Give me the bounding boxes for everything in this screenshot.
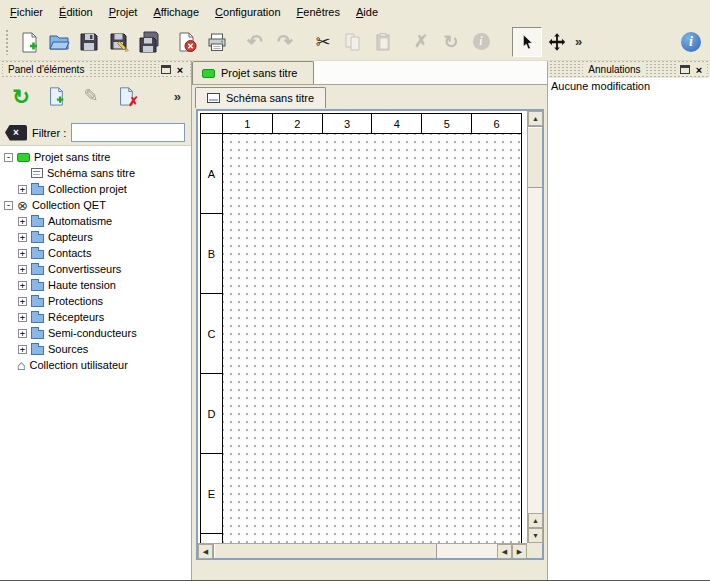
collapse-icon[interactable]: -	[4, 153, 13, 162]
reload-collections-button[interactable]: ↻	[7, 82, 35, 110]
schema-icon	[207, 93, 220, 103]
red-cross-icon: ✗	[128, 95, 139, 108]
tree-item-label: Contacts	[48, 247, 95, 259]
workspace: Projet sans titre Schéma sans titre 1	[192, 61, 548, 580]
tree-item-recepteurs[interactable]: + Récepteurs	[0, 309, 191, 325]
expand-icon[interactable]: +	[18, 281, 27, 290]
qelectrotech-window: Fichier Édition Projet Affichage Configu…	[0, 0, 710, 581]
expand-icon[interactable]: +	[18, 329, 27, 338]
folder-icon	[31, 218, 44, 227]
tab-schema-sans-titre[interactable]: Schéma sans titre	[195, 87, 326, 108]
tree-item-capteurs[interactable]: + Capteurs	[0, 229, 191, 245]
tree-item-semi-conducteurs[interactable]: + Semi-conducteurs	[0, 325, 191, 341]
panel-toolbar-overflow-button[interactable]: »	[171, 89, 184, 104]
horizontal-scroll-track[interactable]	[437, 544, 497, 558]
pencil-icon: ✎	[83, 85, 98, 107]
tab-projet-sans-titre[interactable]: Projet sans titre	[192, 61, 314, 84]
expand-icon[interactable]: +	[18, 345, 27, 354]
tree-item-haute-tension[interactable]: + Haute tension	[0, 277, 191, 293]
scroll-up-button[interactable]: ▲	[528, 111, 543, 126]
horizontal-scrollbar[interactable]: ◀ ◀ ▶	[198, 543, 527, 558]
menu-projet[interactable]: Projet	[101, 3, 146, 21]
menu-configuration[interactable]: Configuration	[207, 3, 288, 21]
folder-icon	[31, 250, 44, 259]
tree-item-collection-qet[interactable]: - ⊗ Collection QET	[0, 197, 191, 213]
paste-button	[368, 27, 398, 57]
about-button[interactable]: i	[676, 27, 706, 57]
schema-tabbar: Schéma sans titre	[192, 85, 547, 108]
scroll-right-button[interactable]: ▶	[512, 544, 527, 559]
tree-item-sources[interactable]: + Sources	[0, 341, 191, 357]
menu-affichage[interactable]: Affichage	[145, 3, 207, 21]
tree-item-collection-projet[interactable]: + Collection projet	[0, 181, 191, 197]
row-header: C	[201, 294, 222, 374]
vertical-scroll-track[interactable]	[528, 188, 542, 513]
tree-item-contacts[interactable]: + Contacts	[0, 245, 191, 261]
rotate-button: ↻	[436, 27, 466, 57]
tree-item-projet-sans-titre[interactable]: - Projet sans titre	[0, 149, 191, 165]
tree-item-schema-sans-titre[interactable]: Schéma sans titre	[0, 165, 191, 181]
expand-icon[interactable]: +	[18, 313, 27, 322]
new-element-icon	[46, 86, 66, 106]
move-tool-button[interactable]	[542, 27, 572, 57]
elements-panel-titlebar[interactable]: Panel d'éléments ×	[0, 61, 191, 78]
undo-panel-titlebar[interactable]: Annulations ×	[548, 61, 710, 78]
close-dock-button[interactable]: ×	[174, 64, 186, 76]
scroll-left-button[interactable]: ◀	[198, 544, 213, 559]
select-tool-button[interactable]	[512, 27, 542, 57]
save-all-button[interactable]	[134, 27, 164, 57]
menu-fichier[interactable]: Fichier	[2, 3, 51, 21]
column-headers: 1 2 3 4 5 6	[201, 114, 521, 134]
elements-panel-title: Panel d'éléments	[3, 64, 89, 75]
close-dock-button[interactable]: ×	[693, 64, 705, 76]
toolbar-overflow-button[interactable]: »	[572, 34, 585, 49]
tree-item-label: Sources	[48, 343, 92, 355]
save-button[interactable]	[74, 27, 104, 57]
delete-element-button[interactable]: ✗	[112, 82, 140, 110]
scroll-up-button-2[interactable]: ▲	[528, 513, 543, 528]
column-header: 3	[323, 114, 373, 133]
tree-item-collection-utilisateur[interactable]: ⌂ Collection utilisateur	[0, 357, 191, 373]
expand-icon[interactable]: +	[18, 265, 27, 274]
print-button[interactable]	[202, 27, 232, 57]
tree-item-protections[interactable]: + Protections	[0, 293, 191, 309]
close-project-button[interactable]	[172, 27, 202, 57]
expand-icon[interactable]: +	[18, 185, 27, 194]
filter-input[interactable]	[71, 123, 185, 142]
vertical-scrollbar[interactable]: ▲ ▲ ▼	[527, 111, 542, 543]
toolbar-grip[interactable]	[5, 29, 10, 55]
scroll-down-button[interactable]: ▼	[528, 528, 543, 543]
tree-item-label: Semi-conducteurs	[48, 327, 141, 339]
float-dock-button[interactable]	[161, 65, 171, 74]
menu-fenetres[interactable]: Fenêtres	[289, 3, 348, 21]
expand-icon[interactable]: +	[18, 217, 27, 226]
clear-filter-button[interactable]: ×	[5, 125, 27, 141]
tree-item-automatisme[interactable]: + Automatisme	[0, 213, 191, 229]
info-icon: i	[473, 33, 490, 50]
tree-item-convertisseurs[interactable]: + Convertisseurs	[0, 261, 191, 277]
expand-icon[interactable]: +	[18, 233, 27, 242]
float-dock-button[interactable]	[680, 65, 690, 74]
expand-icon[interactable]: +	[18, 297, 27, 306]
scroll-left-button-2[interactable]: ◀	[497, 544, 512, 559]
expand-icon[interactable]: +	[18, 249, 27, 258]
menu-edition[interactable]: Édition	[51, 3, 101, 21]
floppy-save-icon	[78, 31, 100, 53]
undo-history-list[interactable]: Aucune modification	[548, 78, 710, 580]
row-header: D	[201, 374, 222, 454]
new-element-button[interactable]	[42, 82, 70, 110]
collapse-icon[interactable]: -	[4, 201, 13, 210]
menu-aide[interactable]: Aide	[348, 3, 386, 21]
open-project-button[interactable]	[44, 27, 74, 57]
vertical-scroll-thumb[interactable]	[528, 126, 542, 188]
open-folder-icon	[48, 31, 70, 53]
horizontal-scroll-thumb[interactable]	[213, 544, 437, 558]
dot-grid[interactable]	[223, 134, 521, 543]
new-document-icon	[18, 31, 40, 53]
folder-icon	[31, 282, 44, 291]
cut-button[interactable]: ✂	[308, 27, 338, 57]
scrollbar-corner	[527, 543, 542, 558]
save-as-button[interactable]	[104, 27, 134, 57]
schema-canvas[interactable]: 1 2 3 4 5 6 A B C	[198, 111, 527, 543]
new-project-button[interactable]	[14, 27, 44, 57]
